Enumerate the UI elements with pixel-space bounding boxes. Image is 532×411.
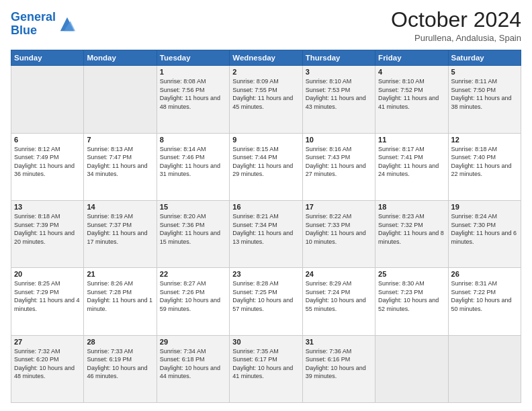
weekday-header-tuesday: Tuesday	[157, 50, 229, 66]
day-number: 13	[14, 203, 81, 211]
calendar-cell: 5Sunrise: 8:11 AM Sunset: 7:50 PM Daylig…	[448, 66, 521, 133]
calendar-cell: 27Sunrise: 7:32 AM Sunset: 6:20 PM Dayli…	[11, 335, 84, 402]
logo-icon	[58, 15, 77, 34]
day-number: 17	[306, 203, 372, 211]
logo-text: General	[11, 11, 56, 24]
day-info: Sunrise: 8:20 AM Sunset: 7:36 PM Dayligh…	[160, 212, 226, 246]
day-info: Sunrise: 8:21 AM Sunset: 7:34 PM Dayligh…	[232, 212, 299, 246]
calendar-cell: 8Sunrise: 8:14 AM Sunset: 7:46 PM Daylig…	[157, 133, 229, 200]
day-info: Sunrise: 8:19 AM Sunset: 7:37 PM Dayligh…	[87, 212, 153, 246]
day-number: 5	[451, 68, 518, 76]
day-number: 20	[14, 270, 81, 278]
day-number: 10	[306, 136, 372, 144]
weekday-header-thursday: Thursday	[302, 50, 375, 66]
calendar-cell: 10Sunrise: 8:16 AM Sunset: 7:43 PM Dayli…	[302, 133, 375, 200]
day-info: Sunrise: 8:22 AM Sunset: 7:33 PM Dayligh…	[306, 212, 372, 246]
day-number: 29	[160, 338, 226, 346]
calendar-cell	[375, 335, 448, 402]
day-number: 24	[306, 270, 372, 278]
day-number: 7	[87, 136, 153, 144]
day-number: 8	[160, 136, 226, 144]
calendar-week-row: 6Sunrise: 8:12 AM Sunset: 7:49 PM Daylig…	[11, 133, 521, 200]
calendar-week-row: 20Sunrise: 8:25 AM Sunset: 7:29 PM Dayli…	[11, 268, 521, 335]
calendar-cell: 30Sunrise: 7:35 AM Sunset: 6:17 PM Dayli…	[230, 335, 302, 402]
calendar-cell: 21Sunrise: 8:26 AM Sunset: 7:28 PM Dayli…	[84, 268, 157, 335]
weekday-header-monday: Monday	[84, 50, 157, 66]
day-info: Sunrise: 8:16 AM Sunset: 7:43 PM Dayligh…	[306, 145, 372, 179]
day-info: Sunrise: 7:34 AM Sunset: 6:18 PM Dayligh…	[160, 347, 226, 381]
calendar-cell: 29Sunrise: 7:34 AM Sunset: 6:18 PM Dayli…	[157, 335, 229, 402]
calendar-cell: 14Sunrise: 8:19 AM Sunset: 7:37 PM Dayli…	[84, 200, 157, 267]
calendar-cell: 15Sunrise: 8:20 AM Sunset: 7:36 PM Dayli…	[157, 200, 229, 267]
day-info: Sunrise: 8:12 AM Sunset: 7:49 PM Dayligh…	[14, 145, 81, 179]
day-number: 2	[232, 68, 299, 76]
calendar-week-row: 27Sunrise: 7:32 AM Sunset: 6:20 PM Dayli…	[11, 335, 521, 402]
day-number: 23	[232, 270, 299, 278]
calendar-cell: 28Sunrise: 7:33 AM Sunset: 6:19 PM Dayli…	[84, 335, 157, 402]
day-info: Sunrise: 8:31 AM Sunset: 7:22 PM Dayligh…	[451, 279, 518, 313]
day-number: 16	[232, 203, 299, 211]
day-info: Sunrise: 8:13 AM Sunset: 7:47 PM Dayligh…	[87, 145, 153, 179]
calendar-cell: 9Sunrise: 8:15 AM Sunset: 7:44 PM Daylig…	[230, 133, 302, 200]
day-number: 3	[306, 68, 372, 76]
day-info: Sunrise: 8:28 AM Sunset: 7:25 PM Dayligh…	[232, 279, 299, 313]
day-info: Sunrise: 8:18 AM Sunset: 7:39 PM Dayligh…	[14, 212, 81, 246]
calendar-cell: 11Sunrise: 8:17 AM Sunset: 7:41 PM Dayli…	[375, 133, 448, 200]
day-info: Sunrise: 8:17 AM Sunset: 7:41 PM Dayligh…	[378, 145, 445, 179]
weekday-header-sunday: Sunday	[11, 50, 84, 66]
day-info: Sunrise: 8:08 AM Sunset: 7:56 PM Dayligh…	[160, 77, 226, 111]
day-number: 18	[378, 203, 445, 211]
day-info: Sunrise: 8:23 AM Sunset: 7:32 PM Dayligh…	[378, 212, 445, 246]
calendar-cell: 20Sunrise: 8:25 AM Sunset: 7:29 PM Dayli…	[11, 268, 84, 335]
day-info: Sunrise: 8:29 AM Sunset: 7:24 PM Dayligh…	[306, 279, 372, 313]
day-info: Sunrise: 8:26 AM Sunset: 7:28 PM Dayligh…	[87, 279, 153, 313]
calendar-cell: 25Sunrise: 8:30 AM Sunset: 7:23 PM Dayli…	[375, 268, 448, 335]
day-info: Sunrise: 8:15 AM Sunset: 7:44 PM Dayligh…	[232, 145, 299, 179]
day-info: Sunrise: 8:14 AM Sunset: 7:46 PM Dayligh…	[160, 145, 226, 179]
weekday-header-wednesday: Wednesday	[230, 50, 302, 66]
calendar-table: SundayMondayTuesdayWednesdayThursdayFrid…	[11, 50, 521, 403]
calendar-cell: 13Sunrise: 8:18 AM Sunset: 7:39 PM Dayli…	[11, 200, 84, 267]
day-number: 1	[160, 68, 226, 76]
calendar-cell: 2Sunrise: 8:09 AM Sunset: 7:55 PM Daylig…	[230, 66, 302, 133]
page: General Blue October 2024 Purullena, And…	[0, 0, 532, 411]
day-info: Sunrise: 7:35 AM Sunset: 6:17 PM Dayligh…	[232, 347, 299, 381]
day-number: 12	[451, 136, 518, 144]
day-number: 6	[14, 136, 81, 144]
day-number: 26	[451, 270, 518, 278]
calendar-cell: 17Sunrise: 8:22 AM Sunset: 7:33 PM Dayli…	[302, 200, 375, 267]
logo-blue: Blue	[11, 24, 56, 38]
calendar-cell: 19Sunrise: 8:24 AM Sunset: 7:30 PM Dayli…	[448, 200, 521, 267]
calendar-cell: 12Sunrise: 8:18 AM Sunset: 7:40 PM Dayli…	[448, 133, 521, 200]
calendar-cell: 26Sunrise: 8:31 AM Sunset: 7:22 PM Dayli…	[448, 268, 521, 335]
location: Purullena, Andalusia, Spain	[391, 33, 521, 43]
day-info: Sunrise: 7:33 AM Sunset: 6:19 PM Dayligh…	[87, 347, 153, 381]
calendar-cell	[11, 66, 84, 133]
calendar-week-row: 13Sunrise: 8:18 AM Sunset: 7:39 PM Dayli…	[11, 200, 521, 267]
calendar-cell: 3Sunrise: 8:10 AM Sunset: 7:53 PM Daylig…	[302, 66, 375, 133]
calendar-cell: 22Sunrise: 8:27 AM Sunset: 7:26 PM Dayli…	[157, 268, 229, 335]
day-number: 25	[378, 270, 445, 278]
day-info: Sunrise: 7:36 AM Sunset: 6:16 PM Dayligh…	[306, 347, 372, 381]
calendar-cell	[448, 335, 521, 402]
calendar-cell: 6Sunrise: 8:12 AM Sunset: 7:49 PM Daylig…	[11, 133, 84, 200]
day-number: 27	[14, 338, 81, 346]
day-info: Sunrise: 8:25 AM Sunset: 7:29 PM Dayligh…	[14, 279, 81, 313]
day-number: 22	[160, 270, 226, 278]
calendar-cell: 16Sunrise: 8:21 AM Sunset: 7:34 PM Dayli…	[230, 200, 302, 267]
day-number: 9	[232, 136, 299, 144]
day-number: 14	[87, 203, 153, 211]
day-number: 21	[87, 270, 153, 278]
day-number: 15	[160, 203, 226, 211]
calendar-week-row: 1Sunrise: 8:08 AM Sunset: 7:56 PM Daylig…	[11, 66, 521, 133]
weekday-header-saturday: Saturday	[448, 50, 521, 66]
day-info: Sunrise: 8:30 AM Sunset: 7:23 PM Dayligh…	[378, 279, 445, 313]
day-info: Sunrise: 8:10 AM Sunset: 7:52 PM Dayligh…	[378, 77, 445, 111]
calendar-cell: 24Sunrise: 8:29 AM Sunset: 7:24 PM Dayli…	[302, 268, 375, 335]
calendar-cell: 31Sunrise: 7:36 AM Sunset: 6:16 PM Dayli…	[302, 335, 375, 402]
day-number: 11	[378, 136, 445, 144]
day-info: Sunrise: 8:27 AM Sunset: 7:26 PM Dayligh…	[160, 279, 226, 313]
day-number: 4	[378, 68, 445, 76]
month-title: October 2024	[391, 8, 521, 32]
day-info: Sunrise: 8:18 AM Sunset: 7:40 PM Dayligh…	[451, 145, 518, 179]
